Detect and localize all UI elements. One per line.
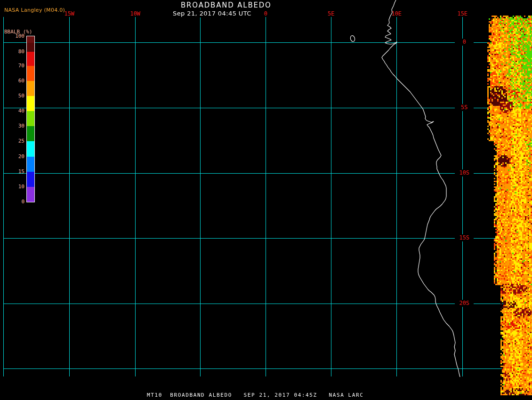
timestamp-subtitle: Sep 21, 2017 04:45 UTC — [171, 10, 253, 17]
colorbar-segment-3 — [27, 66, 34, 81]
coastline — [382, 0, 460, 377]
colorbar-segment-9 — [27, 157, 34, 172]
footer-caption: MT10 BROADBAND ALBEDO SEP 21, 2017 04:45… — [147, 392, 363, 398]
colorbar-segment-5 — [27, 96, 34, 111]
colorbar-segment-4 — [27, 81, 34, 96]
colorbar-segment-2 — [27, 52, 34, 66]
colorbar-segment-10 — [27, 172, 34, 187]
colorbar-segment-11 — [27, 187, 34, 202]
albedo-map-stage: NASA Langley (M04.0) BROADBAND ALBEDO Se… — [0, 0, 532, 400]
coastline-layer — [0, 0, 532, 400]
colorbar-segment-0 — [27, 36, 34, 43]
sao-tome-island-outline — [350, 35, 355, 42]
colorbar-segment-6 — [27, 111, 34, 126]
page-title: BROADBAND ALBEDO — [181, 1, 272, 9]
colorbar-segment-7 — [27, 126, 34, 141]
colorbar-segment-8 — [27, 141, 34, 157]
credit-label: NASA Langley (M04.0) — [4, 7, 65, 13]
colorbar-title: BBALB (%) — [4, 29, 32, 35]
colorbar-segment-1 — [27, 43, 34, 52]
colorbar — [26, 36, 35, 202]
